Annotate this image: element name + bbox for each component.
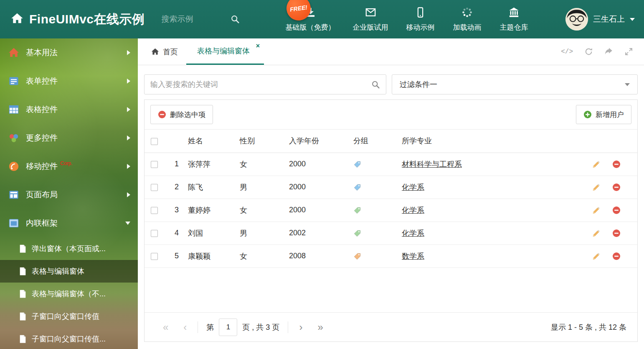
sidebar-subitem-popup-window[interactable]: 弹出窗体（本页面或... — [0, 237, 138, 260]
nav-enterprise-trial[interactable]: 企业版试用 — [353, 7, 388, 32]
open-new-window-icon[interactable] — [604, 47, 613, 56]
sidebar-item-label: 表单控件 — [26, 76, 58, 87]
row-checkbox[interactable] — [151, 253, 158, 260]
source-code-icon[interactable]: </> — [561, 48, 573, 56]
row-checkbox[interactable] — [151, 207, 158, 214]
grid-spacer — [145, 268, 637, 313]
cell-name: 陈飞 — [188, 176, 240, 199]
edit-icon[interactable] — [592, 252, 600, 260]
nav-loading-animation[interactable]: 加载动画 — [453, 7, 482, 32]
last-page-button[interactable]: » — [310, 321, 330, 333]
record-summary: 显示 1 - 5 条 , 共 12 条 — [551, 322, 626, 332]
cell-name: 刘国 — [188, 222, 240, 245]
sidebar-item-label: 基本用法 — [26, 47, 58, 58]
search-icon[interactable] — [371, 80, 380, 89]
sidebar-item-form-controls[interactable]: 表单控件 — [0, 67, 138, 95]
nav-mobile-demo[interactable]: 移动示例 — [406, 7, 435, 32]
refresh-icon[interactable] — [584, 47, 593, 56]
close-icon[interactable]: × — [256, 43, 260, 49]
chevron-right-icon — [127, 135, 130, 140]
cell-year: 2008 — [289, 245, 353, 267]
delete-icon[interactable] — [612, 160, 621, 168]
add-user-button[interactable]: 新增用户 — [576, 105, 631, 124]
delete-icon[interactable] — [612, 229, 621, 237]
sidebar-item-label: 内联框架 — [26, 218, 58, 229]
home-icon — [11, 12, 23, 26]
sidebar-subitem-child-to-parent[interactable]: 子窗口向父窗口传值 — [0, 305, 138, 328]
filter-row: 过滤条件一 — [138, 65, 644, 94]
cell-name: 康颖颖 — [188, 245, 240, 267]
sidebar-item-mobile-controls[interactable]: 移动控件 Corp. — [0, 152, 138, 181]
sidebar-item-label: 表格控件 — [26, 104, 58, 115]
col-header-year: 入学年份 — [289, 130, 353, 153]
major-link[interactable]: 化学系 — [402, 206, 424, 214]
file-icon — [19, 335, 26, 344]
grid-toolbar: 删除选中项 新增用户 — [145, 100, 637, 130]
header-nav: 基础版（免费） 企业版试用 移动示例 加载动画 主题仓库 — [286, 7, 529, 32]
row-checkbox[interactable] — [151, 230, 158, 237]
sidebar-subitem-grid-edit-window-2[interactable]: 表格与编辑窗体（不... — [0, 283, 138, 305]
major-link[interactable]: 化学系 — [402, 183, 424, 191]
tag-icon — [353, 160, 361, 168]
delete-icon[interactable] — [612, 252, 621, 260]
file-icon — [19, 312, 26, 321]
sidebar-item-label: 页面布局 — [26, 189, 58, 200]
chevron-right-icon — [127, 107, 130, 112]
first-page-button[interactable]: « — [155, 321, 176, 333]
major-link[interactable]: 材料科学与工程系 — [402, 160, 462, 168]
row-index: 1 — [165, 153, 188, 176]
user-menu[interactable]: 三生石上 — [565, 8, 635, 31]
sidebar-item-more-controls[interactable]: 更多控件 — [0, 124, 138, 152]
cell-gender: 女 — [240, 245, 289, 267]
cell-year: 2002 — [289, 222, 353, 245]
delete-icon[interactable] — [612, 183, 621, 191]
tab-home[interactable]: 首页 — [143, 38, 186, 65]
filter-dropdown[interactable]: 过滤条件一 — [392, 74, 638, 94]
col-header-gender: 性别 — [240, 130, 289, 153]
prev-page-button[interactable]: ‹ — [176, 321, 194, 333]
search-icon[interactable] — [231, 15, 240, 24]
cell-gender: 女 — [240, 153, 289, 176]
edit-icon[interactable] — [592, 183, 600, 191]
row-checkbox[interactable] — [151, 161, 158, 168]
users-table: 姓名 性别 入学年份 分组 所学专业 1 张萍萍 女 2000 材料科学与工程系 — [145, 130, 637, 268]
nav-label: 加载动画 — [453, 23, 482, 32]
next-page-button[interactable]: › — [292, 321, 310, 333]
delete-icon[interactable] — [612, 206, 621, 214]
maximize-icon[interactable] — [624, 47, 633, 56]
sidebar-subitem-child-to-parent-2[interactable]: 子窗口向父窗口传值... — [0, 328, 138, 349]
nav-theme-store[interactable]: 主题仓库 — [499, 7, 529, 32]
edit-icon[interactable] — [592, 229, 600, 237]
tab-active-label: 表格与编辑窗体 — [197, 46, 250, 56]
major-link[interactable]: 数学系 — [402, 252, 424, 260]
cell-name: 董婷婷 — [188, 199, 240, 222]
sidebar-item-grid-controls[interactable]: 表格控件 — [0, 95, 138, 124]
edit-icon[interactable] — [592, 160, 600, 168]
select-all-checkbox[interactable] — [151, 138, 158, 145]
keyword-search-input[interactable] — [150, 80, 371, 89]
divider — [198, 321, 198, 333]
table-row: 4 刘国 男 2002 化学系 — [145, 222, 637, 245]
sidebar-item-iframe[interactable]: 内联框架 — [0, 209, 138, 237]
brand[interactable]: FineUIMvc在线示例 — [11, 11, 145, 28]
sidebar-subitem-label: 表格与编辑窗体（不... — [32, 289, 106, 299]
home-icon — [151, 48, 159, 56]
tab-grid-edit-window[interactable]: 表格与编辑窗体 × — [186, 38, 264, 65]
sidebar-item-basic-usage[interactable]: 基本用法 — [0, 38, 138, 67]
nav-label: 移动示例 — [406, 23, 435, 32]
row-index: 3 — [165, 199, 188, 222]
row-checkbox[interactable] — [151, 184, 158, 191]
header-search-input[interactable] — [162, 15, 231, 24]
sidebar-subitem-grid-edit-window[interactable]: 表格与编辑窗体 — [0, 260, 138, 283]
keyword-search-box — [144, 74, 386, 94]
major-link[interactable]: 化学系 — [402, 229, 424, 237]
sidebar-item-page-layout[interactable]: 页面布局 — [0, 181, 138, 209]
col-header-group: 分组 — [353, 130, 402, 153]
page-number-input[interactable] — [219, 318, 237, 336]
pagination-bar: « ‹ 第 页 , 共 3 页 › » 显示 1 - 5 条 , 共 12 条 — [145, 312, 637, 341]
delete-selected-button[interactable]: 删除选中项 — [150, 105, 213, 124]
chevron-down-icon — [630, 18, 635, 21]
mobile-icon — [415, 7, 426, 20]
edit-icon[interactable] — [592, 206, 600, 214]
balls-icon — [8, 132, 19, 143]
